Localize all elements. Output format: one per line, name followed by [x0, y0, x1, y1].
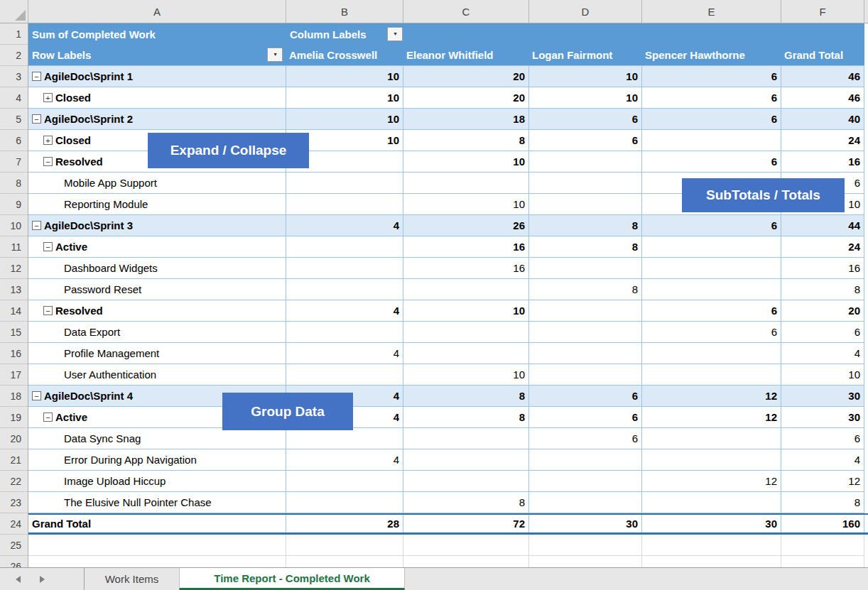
pivot-value-cell[interactable] [403, 428, 529, 449]
pivot-value-cell[interactable]: 8 [403, 386, 529, 407]
column-header-D[interactable]: D [529, 0, 642, 23]
pivot-value-cell[interactable]: 10 [403, 300, 529, 322]
pivot-value-cell[interactable] [642, 492, 781, 513]
pivot-value-cell[interactable]: 10 [403, 364, 529, 386]
pivot-column-header[interactable]: Eleanor Whitfield [403, 45, 529, 66]
pivot-value-cell[interactable] [529, 194, 642, 215]
pivot-column-header[interactable]: Spencer Hawthorne [642, 45, 781, 66]
pivot-value-cell[interactable] [286, 236, 403, 258]
pivot-row-label-cell[interactable]: Dashboard Widgets [28, 258, 286, 279]
column-header-C[interactable]: C [403, 0, 529, 23]
pivot-value-cell[interactable]: 24 [781, 236, 864, 258]
pivot-value-cell[interactable] [403, 471, 529, 492]
empty-cell[interactable] [642, 556, 781, 567]
pivot-value-cell[interactable]: 44 [781, 215, 864, 236]
pivot-value-cell[interactable]: 6 [529, 386, 642, 407]
pivot-value-cell[interactable]: 4 [286, 343, 403, 364]
pivot-value-cell[interactable]: 4 [286, 449, 403, 471]
pivot-value-cell[interactable]: 8 [781, 492, 864, 513]
pivot-row-label-cell[interactable]: −AgileDoc\Sprint 2 [28, 109, 286, 130]
pivot-value-cell[interactable]: 16 [403, 236, 529, 258]
empty-cell[interactable] [28, 556, 286, 567]
collapse-toggle-icon[interactable]: − [43, 413, 53, 422]
pivot-value-cell[interactable]: 8 [403, 407, 529, 428]
pivot-value-cell[interactable]: 12 [642, 471, 781, 492]
row-labels-filter-button[interactable]: ▼ [267, 48, 283, 62]
row-header-7[interactable]: 7 [0, 151, 28, 173]
pivot-row-label-cell[interactable]: −Active [28, 236, 286, 258]
pivot-value-cell[interactable]: 10 [286, 87, 403, 109]
pivot-row-label-cell[interactable]: Profile Management [28, 343, 286, 364]
pivot-value-cell[interactable]: 20 [403, 66, 529, 87]
empty-cell[interactable] [286, 535, 403, 556]
collapse-toggle-icon[interactable]: − [43, 157, 53, 166]
pivot-value-cell[interactable]: 12 [642, 386, 781, 407]
pivot-value-cell[interactable]: 10 [529, 87, 642, 109]
pivot-value-cell[interactable]: 6 [642, 109, 781, 130]
pivot-value-cell[interactable]: 30 [781, 386, 864, 407]
empty-cell[interactable] [529, 556, 642, 567]
pivot-row-label-cell[interactable]: Data Export [28, 322, 286, 343]
column-labels-cell[interactable]: Column Labels [286, 23, 864, 45]
pivot-row-label-cell[interactable]: User Authentication [28, 364, 286, 386]
pivot-value-cell[interactable]: 8 [403, 492, 529, 513]
pivot-value-cell[interactable]: 6 [781, 428, 864, 449]
pivot-value-cell[interactable]: 6 [529, 109, 642, 130]
pivot-value-cell[interactable]: 10 [286, 66, 403, 87]
row-header-22[interactable]: 22 [0, 471, 28, 492]
pivot-value-cell[interactable] [642, 449, 781, 471]
pivot-value-cell[interactable] [403, 173, 529, 194]
pivot-value-cell[interactable] [529, 471, 642, 492]
pivot-row-label-cell[interactable]: Image Upload Hiccup [28, 471, 286, 492]
pivot-value-cell[interactable]: 10 [286, 109, 403, 130]
row-header-14[interactable]: 14 [0, 300, 28, 322]
pivot-value-cell[interactable]: 24 [781, 130, 864, 151]
pivot-value-cell[interactable]: 18 [403, 109, 529, 130]
pivot-value-cell[interactable] [529, 300, 642, 322]
pivot-row-label-cell[interactable]: −Resolved [28, 300, 286, 322]
empty-cell[interactable] [286, 556, 403, 567]
pivot-value-cell[interactable] [403, 449, 529, 471]
tab-time-report-completed-work[interactable]: Time Report - Completed Work [179, 568, 405, 590]
pivot-value-cell[interactable] [642, 258, 781, 279]
pivot-value-cell[interactable] [642, 364, 781, 386]
pivot-value-cell[interactable]: 46 [781, 66, 864, 87]
pivot-value-cell[interactable]: 4 [286, 215, 403, 236]
pivot-value-cell[interactable]: 10 [403, 151, 529, 173]
row-header-8[interactable]: 8 [0, 173, 28, 194]
row-header-9[interactable]: 9 [0, 194, 28, 215]
select-all-corner[interactable] [0, 0, 28, 23]
row-header-6[interactable]: 6 [0, 130, 28, 151]
pivot-row-label-cell[interactable]: Data Sync Snag [28, 428, 286, 449]
pivot-row-label-cell[interactable]: −AgileDoc\Sprint 1 [28, 66, 286, 87]
pivot-title-cell[interactable]: Sum of Completed Work [28, 23, 286, 45]
pivot-row-label-cell[interactable]: Password Reset [28, 279, 286, 300]
pivot-value-cell[interactable]: 6 [642, 215, 781, 236]
pivot-value-cell[interactable] [529, 449, 642, 471]
column-header-A[interactable]: A [28, 0, 286, 23]
pivot-value-cell[interactable] [642, 279, 781, 300]
collapse-toggle-icon[interactable]: − [32, 221, 41, 230]
pivot-value-cell[interactable] [529, 258, 642, 279]
pivot-value-cell[interactable]: 6 [781, 322, 864, 343]
pivot-value-cell[interactable] [286, 364, 403, 386]
pivot-value-cell[interactable] [529, 364, 642, 386]
pivot-value-cell[interactable]: 72 [403, 515, 529, 532]
row-header-24[interactable]: 24 [0, 513, 28, 535]
pivot-value-cell[interactable]: 16 [781, 151, 864, 173]
empty-cell[interactable] [403, 535, 529, 556]
pivot-column-header[interactable]: Logan Fairmont [529, 45, 642, 66]
row-header-4[interactable]: 4 [0, 87, 28, 109]
row-header-12[interactable]: 12 [0, 258, 28, 279]
pivot-value-cell[interactable] [529, 492, 642, 513]
pivot-value-cell[interactable]: 6 [642, 151, 781, 173]
pivot-value-cell[interactable] [403, 343, 529, 364]
row-labels-cell[interactable]: Row Labels [28, 45, 286, 66]
pivot-value-cell[interactable] [642, 130, 781, 151]
pivot-value-cell[interactable]: 10 [529, 66, 642, 87]
pivot-value-cell[interactable]: 4 [286, 300, 403, 322]
pivot-value-cell[interactable] [529, 343, 642, 364]
pivot-value-cell[interactable] [286, 258, 403, 279]
row-header-10[interactable]: 10 [0, 215, 28, 236]
pivot-row-label-cell[interactable]: −AgileDoc\Sprint 3 [28, 215, 286, 236]
